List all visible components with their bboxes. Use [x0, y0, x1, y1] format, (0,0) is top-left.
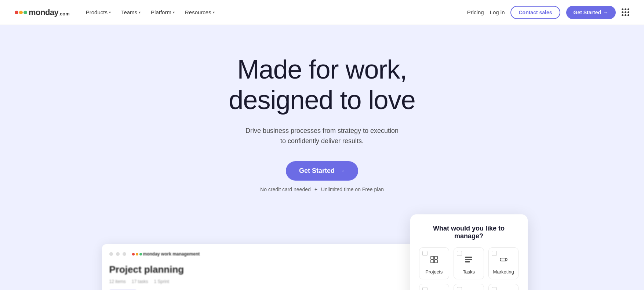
manage-card: What would you like to manage? Projects: [410, 214, 528, 290]
manage-checkbox[interactable]: [492, 251, 497, 256]
grid-dot: [625, 14, 626, 16]
screenshot-logo-text: monday work management: [143, 251, 200, 257]
manage-checkbox[interactable]: [422, 251, 427, 256]
marketing-icon: [499, 255, 508, 266]
manage-card-title: What would you like to manage?: [419, 225, 519, 240]
grid-dot: [627, 11, 629, 13]
navbar: monday.com Products ▾ Teams ▾ Platform ▾…: [0, 0, 644, 25]
navbar-left: monday.com Products ▾ Teams ▾ Platform ▾…: [15, 6, 219, 18]
arrow-icon: →: [338, 167, 345, 175]
grid-dot: [625, 8, 626, 10]
grid-dot: [622, 14, 623, 16]
svg-rect-2: [431, 260, 434, 263]
get-started-nav-label: Get Started: [574, 10, 601, 15]
logo-dots: [15, 11, 27, 14]
nav-resources[interactable]: Resources ▾: [181, 6, 219, 18]
nav-login[interactable]: Log in: [490, 9, 505, 15]
hero-title-line1: Made for work,: [237, 55, 407, 84]
grid-dot: [622, 8, 623, 10]
hero-bottom: monday work management Project planning …: [102, 214, 542, 290]
hero-note: No credit card needed ✦ Unlimited time o…: [260, 186, 384, 192]
manage-checkbox[interactable]: [422, 287, 427, 290]
hero-subtitle: Drive business processes from strategy t…: [245, 126, 399, 147]
svg-rect-1: [434, 256, 437, 259]
screenshot-title: Project planning: [109, 264, 410, 275]
screenshot-dot: [116, 252, 120, 256]
nav-teams[interactable]: Teams ▾: [117, 6, 145, 18]
nav-products-label: Products: [86, 9, 108, 15]
grid-dot: [627, 8, 629, 10]
chevron-down-icon: ▾: [109, 10, 111, 14]
hero-subtitle-line2: to confidently deliver results.: [280, 137, 364, 145]
get-started-hero-label: Get Started: [299, 167, 335, 175]
chevron-down-icon: ▾: [173, 10, 175, 14]
nav-resources-label: Resources: [185, 9, 211, 15]
manage-label-marketing: Marketing: [493, 269, 514, 275]
hero-note-part2: Unlimited time on Free plan: [321, 186, 384, 192]
screenshot-dot: [123, 252, 126, 256]
nav-platform[interactable]: Platform ▾: [146, 6, 179, 18]
get-started-nav-button[interactable]: Get Started →: [566, 6, 616, 19]
contact-sales-button[interactable]: Contact sales: [510, 6, 560, 19]
nav-links: Products ▾ Teams ▾ Platform ▾ Resources …: [81, 6, 219, 18]
screenshot-meta-tasks: 17 tasks: [132, 279, 148, 284]
svg-rect-0: [431, 256, 434, 259]
svg-rect-6: [465, 261, 470, 262]
manage-item-crm[interactable]: CRM: [454, 284, 484, 290]
manage-item-projects[interactable]: Projects: [419, 247, 450, 279]
screenshot-meta-sprint: 1 Sprint: [154, 279, 169, 284]
projects-icon: [430, 255, 439, 266]
screenshot-meta: 12 items 17 tasks 1 Sprint: [109, 279, 410, 284]
manage-label-tasks: Tasks: [463, 269, 475, 275]
logo[interactable]: monday.com: [15, 8, 70, 17]
grid-dot: [622, 11, 623, 13]
navbar-right: Pricing Log in Contact sales Get Started…: [467, 6, 629, 19]
screenshot-meta-items: 12 items: [109, 279, 126, 284]
logo-dot-orange: [19, 11, 23, 14]
arrow-icon: →: [603, 10, 608, 15]
nav-platform-label: Platform: [151, 9, 171, 15]
chevron-down-icon: ▾: [213, 10, 215, 14]
hero-screenshot: monday work management Project planning …: [102, 244, 418, 290]
svg-rect-5: [465, 259, 472, 260]
grid-dot: [627, 14, 629, 16]
logo-text-com: .com: [58, 11, 69, 17]
nav-products[interactable]: Products ▾: [81, 6, 115, 18]
tasks-icon: [464, 255, 473, 266]
hero-title: Made for work, designed to love: [229, 54, 415, 115]
hero-subtitle-line1: Drive business processes from strategy t…: [245, 127, 399, 134]
hero-section: Made for work, designed to love Drive bu…: [0, 25, 644, 290]
screenshot-dot: [109, 252, 113, 256]
nav-pricing[interactable]: Pricing: [467, 9, 484, 15]
hero-note-divider: ✦: [314, 186, 318, 192]
hero-note-part1: No credit card needed: [260, 186, 311, 192]
manage-item-design[interactable]: Design: [419, 284, 450, 290]
manage-item-tasks[interactable]: Tasks: [454, 247, 484, 279]
manage-checkbox[interactable]: [457, 287, 462, 290]
hero-title-line2: designed to love: [229, 85, 415, 115]
manage-item-product[interactable]: Product: [488, 284, 519, 290]
logo-dot-red: [132, 253, 135, 255]
manage-item-marketing[interactable]: Marketing: [488, 247, 519, 279]
logo-text-monday: monday: [29, 8, 58, 17]
svg-rect-3: [434, 260, 437, 263]
svg-rect-4: [465, 257, 472, 258]
grid-dot: [625, 11, 626, 13]
logo-dot-orange: [136, 253, 138, 255]
screenshot-logo: monday work management: [132, 251, 200, 257]
logo-dot-green: [23, 11, 27, 14]
screenshot-topbar: monday work management: [109, 251, 410, 257]
chevron-down-icon: ▾: [139, 10, 141, 14]
manage-checkbox[interactable]: [492, 287, 497, 290]
manage-checkbox[interactable]: [457, 251, 462, 256]
grid-menu-icon[interactable]: [622, 8, 629, 16]
logo-dot-green: [139, 253, 142, 255]
get-started-hero-button[interactable]: Get Started →: [286, 161, 358, 181]
logo-dot-red: [15, 11, 18, 14]
manage-label-projects: Projects: [425, 269, 443, 275]
manage-grid: Projects Tasks Marketing: [419, 247, 519, 290]
nav-teams-label: Teams: [121, 9, 137, 15]
